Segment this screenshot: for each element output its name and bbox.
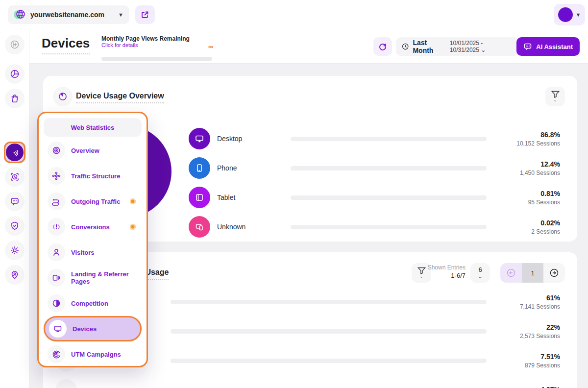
expand-arrow-icon	[10, 40, 20, 49]
page-title: Devices	[42, 36, 90, 54]
filter-button[interactable]: ⌄	[545, 87, 565, 106]
quota-details-link[interactable]: Click for details	[101, 42, 214, 48]
sessions-value: 10,152 Sessions	[498, 140, 560, 147]
session-camera-icon	[10, 172, 20, 182]
bar-track	[171, 359, 487, 363]
devices-icon	[49, 320, 67, 338]
prev-page-button[interactable]	[500, 263, 522, 283]
sessions-value: 2,573 Sessions	[498, 333, 560, 340]
website-favicon	[14, 9, 25, 21]
utm-campaigns-icon	[48, 345, 65, 363]
sidebar-item-ecommerce[interactable]	[5, 89, 24, 108]
sidebar-expand-button[interactable]	[5, 35, 24, 54]
sidebar-item-feedback[interactable]	[5, 192, 24, 211]
menu-item-label: Traffic Structure	[71, 172, 138, 180]
menu-items: Overview Traffic Structure Outgoing Traf…	[44, 138, 142, 367]
device-row-unknown: Unknown 0.02% 2 Sessions	[189, 212, 560, 242]
menu-item-devices-active[interactable]: Devices	[44, 316, 142, 341]
percent-value: 0.02%	[498, 219, 560, 227]
page-size-selector[interactable]: 6 ⌄	[470, 263, 490, 283]
clock-icon	[402, 43, 409, 50]
competition-icon	[48, 294, 65, 312]
bar-track	[291, 195, 487, 200]
sidebar	[0, 29, 29, 388]
pagination: 1	[500, 263, 565, 283]
bar-track	[291, 225, 487, 229]
page-size-value: 6	[478, 266, 482, 273]
device-label: Unknown	[210, 223, 291, 231]
date-range-selector[interactable]: Last Month 10/01/2025 - 10/31/2025 ⌄	[396, 37, 519, 56]
top-bar: yourwebsitename.com ▼ ▼	[0, 0, 588, 29]
bar-track	[171, 329, 487, 334]
sessions-value: 2 Sessions	[498, 228, 560, 235]
website-selector[interactable]: yourwebsitename.com ▼	[8, 5, 129, 24]
current-page[interactable]: 1	[522, 263, 543, 283]
device-row-phone: Phone 12.4% 1,450 Sessions	[189, 153, 560, 183]
sidebar-item-web-statistics-active[interactable]	[4, 142, 25, 163]
traffic-structure-icon	[48, 167, 65, 185]
sidebar-item-settings[interactable]	[5, 241, 24, 260]
visitors-icon	[48, 243, 65, 261]
menu-item-competition[interactable]: Competition	[44, 291, 142, 316]
device-stats: 0.02% 2 Sessions	[498, 219, 560, 235]
chat-bubble-icon	[523, 42, 532, 51]
refresh-button[interactable]	[373, 37, 392, 56]
funnel-icon	[551, 91, 560, 98]
overview-icon	[48, 142, 65, 159]
menu-item-label: Outgoing Traffic	[71, 198, 124, 205]
menu-item-label: UTM Campaigns	[71, 351, 138, 358]
menu-item-traffic-structure[interactable]: Traffic Structure	[44, 163, 142, 189]
ai-assistant-label: AI Assistant	[536, 43, 573, 50]
external-link-icon	[141, 10, 149, 19]
next-page-button[interactable]	[543, 263, 565, 283]
menu-item-overview[interactable]: Overview	[44, 138, 142, 163]
page-views-quota: Monthly Page Views Remaining Click for d…	[101, 35, 214, 48]
desktop-icon	[189, 128, 210, 149]
arrow-left-icon	[506, 268, 516, 278]
os-stats: 61% 7,141 Sessions	[498, 294, 560, 310]
device-stats: 0.81% 95 Sessions	[498, 190, 560, 206]
sessions-value: 879 Sessions	[498, 362, 560, 369]
shown-entries-value: 1-6/7	[428, 272, 466, 279]
open-website-button[interactable]	[135, 5, 155, 24]
website-name: yourwebsitename.com	[30, 11, 113, 19]
device-rows: Desktop 86.8% 10,152 Sessions Phone 12.4…	[189, 124, 560, 242]
percent-value: 22%	[498, 323, 560, 331]
menu-item-utm-campaigns[interactable]: UTM Campaigns	[44, 341, 142, 367]
device-row-desktop: Desktop 86.8% 10,152 Sessions	[189, 124, 560, 153]
ai-assistant-button[interactable]: AI Assistant	[516, 37, 580, 56]
menu-item-conversions[interactable]: Conversions	[44, 214, 142, 240]
location-pin-icon	[10, 270, 20, 280]
percent-value: 61%	[498, 294, 560, 302]
web-statistics-flyout-menu: Web Statistics Overview Traffic Structur…	[37, 112, 148, 367]
outgoing-traffic-icon	[48, 193, 65, 210]
sidebar-item-dashboard[interactable]	[5, 64, 24, 84]
menu-item-visitors[interactable]: Visitors	[44, 240, 142, 265]
sidebar-item-privacy[interactable]	[5, 216, 24, 236]
device-label: Phone	[210, 164, 291, 172]
menu-item-landing-referrer-pages[interactable]: Landing & Referrer Pages	[44, 265, 142, 291]
user-menu[interactable]: ▼	[554, 4, 585, 25]
quota-title: Monthly Page Views Remaining	[101, 35, 214, 42]
shopping-bag-icon	[10, 94, 20, 103]
chevron-down-icon: ⌄	[478, 273, 482, 280]
phone-icon	[189, 157, 210, 179]
shown-entries: Shown Entries 1-6/7	[428, 264, 466, 279]
menu-header: Web Statistics	[44, 118, 142, 137]
menu-item-label: Overview	[71, 147, 138, 154]
menu-item-label: Landing & Referrer Pages	[71, 270, 138, 285]
sidebar-item-session-recordings[interactable]	[5, 167, 24, 187]
device-stats: 86.8% 10,152 Sessions	[498, 131, 560, 147]
device-label: Desktop	[210, 135, 291, 143]
sidebar-item-visitor-location[interactable]	[5, 265, 24, 285]
shown-entries-label: Shown Entries	[428, 264, 466, 271]
radar-icon	[6, 144, 24, 161]
os-stats: 4.97%	[498, 386, 560, 388]
conversions-icon	[48, 218, 65, 236]
chevron-down-icon: ⌄	[553, 97, 557, 102]
os-stats: 7.51% 879 Sessions	[498, 353, 560, 369]
menu-item-outgoing-traffic[interactable]: Outgoing Traffic	[44, 189, 142, 214]
bar-track	[291, 166, 487, 170]
menu-item-label: Devices	[73, 325, 136, 333]
percent-value: 12.4%	[498, 160, 560, 168]
